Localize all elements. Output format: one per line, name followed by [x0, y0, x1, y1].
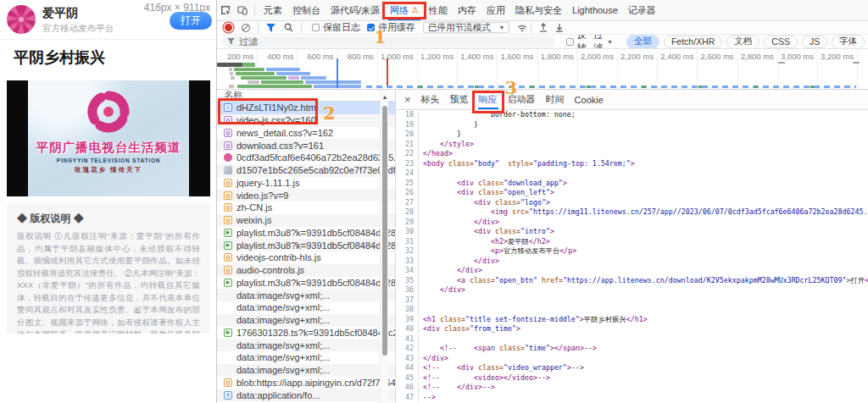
detail-tab-启动器[interactable]: 启动器 — [503, 90, 541, 109]
network-list-scrollbar[interactable]: ▲ — [380, 90, 388, 403]
line-content: <!-- <span class="time"></span>--> — [423, 344, 597, 354]
tv-station-subtitle: PINGYYIN TELEVISION STATION — [28, 157, 189, 163]
network-request-row[interactable]: ▶1766301328.ts?k=9391db5cf08484dc28... — [217, 327, 395, 340]
devtools-tab-网络[interactable]: 网络⚠ — [385, 0, 424, 20]
filter-pill-JS[interactable]: JS — [802, 36, 827, 48]
filter-pill-字体[interactable]: 字体 — [832, 35, 865, 49]
network-request-row[interactable]: {}download.css?v=161 — [217, 139, 395, 152]
network-request-row[interactable]: {}videojs-contrib-hls.js — [217, 251, 395, 264]
network-conditions-icon[interactable] — [517, 24, 527, 32]
network-filter-bar: 过滤 反转 更多过滤条件 ▼ 全部Fetch/XHR文档CSSJS字体 — [217, 35, 868, 49]
devtools-tab-性能[interactable]: 性能 — [424, 0, 453, 20]
line-content: <div class="download_app"> — [423, 179, 567, 189]
scroll-up-icon[interactable]: ▲ — [381, 94, 388, 100]
network-request-row[interactable]: {}news_detail.css?v=162 — [217, 127, 395, 140]
network-request-row[interactable]: {}zh-CN.js — [217, 202, 395, 214]
filter-pill-Fetch/XHR[interactable]: Fetch/XHR — [664, 36, 722, 48]
network-request-row[interactable]: ▶playlist.m3u8?k=9391db5cf08484dc28b... — [217, 239, 395, 251]
open-app-button[interactable]: 打开 — [170, 12, 212, 30]
disable-cache-checkbox[interactable] — [367, 24, 375, 31]
detail-tab-标头[interactable]: 标头 — [416, 90, 445, 109]
network-request-panel: 名称 ≡dHZsLTI1Ny0z.html{}video-js.css?v=16… — [217, 90, 395, 403]
network-request-row[interactable]: data:image/svg+xml;... — [217, 289, 395, 301]
filter-input[interactable]: 过滤 — [222, 36, 554, 47]
code-line: 31 <h2>爱平阴</h2> — [396, 237, 868, 247]
network-request-row[interactable]: data:image/svg+xml;... — [217, 351, 395, 364]
devtools-tab-元素[interactable]: 元素 — [259, 0, 287, 20]
request-name: 1766301328.ts?k=9391db5cf08484dc28... — [236, 328, 395, 338]
timeline-overview[interactable]: 200 ms400 ms600 ms800 ms1,000 ms1,200 ms… — [217, 49, 868, 90]
line-content: <p>官方移动发布平台</p> — [423, 246, 576, 257]
tab-label: Lighthouse — [572, 5, 618, 15]
detail-tab-预览[interactable]: 预览 — [445, 90, 474, 109]
tab-label: 元素 — [264, 4, 282, 17]
network-request-row[interactable]: ≡dHZsLTI1Ny0z.html — [217, 102, 395, 114]
network-request-row[interactable]: {}weixin.js — [217, 214, 395, 227]
code-line: 41 — [396, 334, 868, 345]
network-request-row[interactable]: d1507e1b5c265e5cab92c0e7f73e0bdf.jpg — [217, 164, 395, 177]
image-png-file-icon — [224, 153, 232, 162]
filter-pill-CSS[interactable]: CSS — [764, 36, 798, 48]
preserve-log-checkbox[interactable] — [312, 24, 320, 31]
line-number: 22 — [396, 149, 419, 159]
export-har-icon[interactable] — [555, 23, 564, 32]
clear-network-log-icon[interactable] — [242, 24, 250, 32]
detail-tab-时间[interactable]: 时间 — [541, 90, 570, 109]
devtools-panel: 元素控制台源代码/来源网络⚠性能内存应用隐私与安全Lighthouse记录器 保… — [217, 0, 868, 403]
network-request-row[interactable]: Tdata:application/fo... — [217, 389, 395, 401]
devtools-tab-隐私与安全[interactable]: 隐私与安全 — [510, 0, 567, 20]
filter-pill-文档[interactable]: 文档 — [726, 35, 760, 49]
invert-filter-checkbox[interactable] — [566, 38, 574, 46]
devtools-tab-应用[interactable]: 应用 — [481, 0, 510, 20]
devtools-tab-内存[interactable]: 内存 — [453, 0, 481, 20]
throttling-select[interactable]: 已停用节流模式 ▼ — [423, 22, 509, 33]
waterfall-bar — [242, 63, 255, 67]
devtools-tab-Lighthouse[interactable]: Lighthouse — [567, 0, 623, 20]
devtools-tab-控制台[interactable]: 控制台 — [287, 0, 326, 20]
record-network-log-icon[interactable] — [225, 24, 232, 31]
more-filters-dropdown[interactable]: 更多过滤条件 ▼ — [593, 35, 613, 49]
network-request-row[interactable]: {}audio-controls.js — [217, 264, 395, 277]
network-request-row[interactable]: {}video-js.css?v=160 — [217, 114, 395, 127]
request-name: audio-controls.js — [236, 265, 304, 275]
video-player[interactable]: 平阴广播电视台生活频道 PINGYYIN TELEVISION STATION … — [7, 80, 210, 196]
network-request-row[interactable]: {}blob:https://iapp.aipingyin.cn/d72f746… — [217, 377, 395, 389]
devtools-tab-源代码/来源[interactable]: 源代码/来源 — [326, 0, 385, 20]
detail-tab-响应[interactable]: 响应 — [474, 90, 503, 109]
import-har-icon[interactable] — [539, 23, 548, 32]
network-request-row[interactable]: ▶playlist.m3u8?k=9391db5cf08484dc28b... — [217, 227, 395, 240]
code-line: 46<!-- </div>--> — [396, 383, 868, 393]
network-request-row[interactable]: {}jquery-1.11.1.js — [217, 177, 395, 190]
inspect-element-icon[interactable] — [218, 0, 233, 20]
waterfall-bar — [305, 80, 361, 84]
filter-pill-全部[interactable]: 全部 — [626, 35, 659, 49]
search-icon[interactable] — [284, 23, 293, 32]
filter-toggle-icon[interactable] — [266, 24, 275, 32]
name-column-header[interactable]: 名称 — [217, 90, 395, 102]
line-number: 35 — [396, 276, 419, 286]
code-line: 43</div> — [396, 354, 868, 364]
network-request-row[interactable]: data:image/svg+xml;... — [217, 339, 395, 351]
line-content: <div class="from_time"> — [423, 324, 520, 334]
tv-station-logo-icon — [84, 86, 133, 138]
devtools-tab-记录器[interactable]: 记录器 — [623, 0, 661, 20]
line-content: </div> — [423, 354, 448, 364]
script-file-icon: {} — [224, 179, 232, 187]
throttling-value: 已停用节流模式 — [428, 22, 491, 34]
close-icon[interactable]: × — [399, 90, 416, 109]
app-name: 爱平阴 — [42, 6, 78, 21]
network-request-row[interactable]: 0cdf3ad5fcaf6e6406a72b2ea28d6245.png — [217, 152, 395, 164]
response-code-view[interactable]: 18 border-bottom: none;19 }20 }21 </styl… — [396, 110, 868, 403]
warning-icon: ⚠ — [411, 6, 419, 14]
network-request-row[interactable]: ▶playlist.m3u8?k=9391db5cf08484dc28b... — [217, 277, 395, 290]
media-file-icon: ▶ — [224, 328, 232, 337]
network-request-row[interactable]: data:image/svg+xml;... — [217, 364, 395, 377]
network-request-row[interactable]: data:image/svg+xml;... — [217, 301, 395, 314]
request-name: data:image/svg+xml;... — [236, 340, 330, 351]
network-request-row[interactable]: data:image/svg+xml;... — [217, 314, 395, 327]
device-toolbar-icon[interactable] — [235, 0, 250, 20]
detail-tab-Cookie[interactable]: Cookie — [570, 90, 609, 109]
scrollbar-thumb[interactable] — [382, 106, 387, 356]
more-filters-label: 更多过滤条件 — [593, 35, 603, 49]
network-request-row[interactable]: {}video.js?v=9 — [217, 189, 395, 202]
